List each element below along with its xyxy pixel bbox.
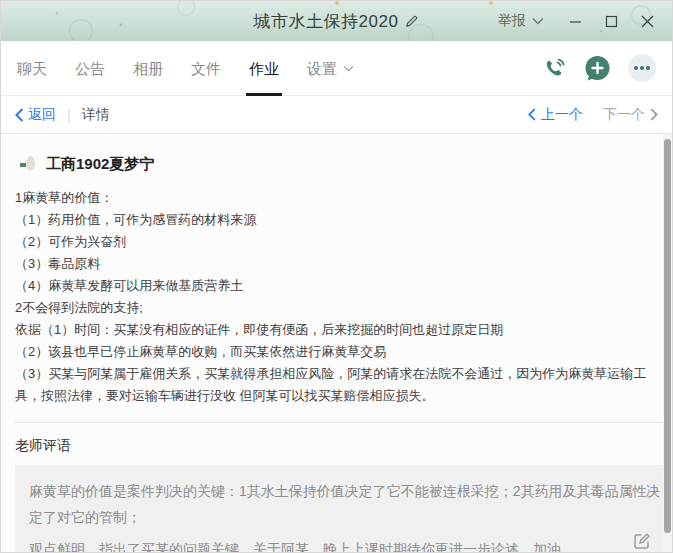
more-options-icon[interactable] — [628, 54, 656, 82]
next-button[interactable]: 下一个 — [603, 106, 658, 124]
teacher-comment-box: 麻黄草的价值是案件判决的关键：1其水土保持价值决定了它不能被连根采挖；2其药用及… — [15, 465, 673, 553]
chevron-down-icon — [532, 17, 544, 25]
add-member-icon[interactable] — [584, 55, 611, 82]
tab-homework[interactable]: 作业 — [249, 41, 279, 96]
student-avatar — [15, 153, 37, 175]
answer-line: （2）可作为兴奋剂 — [15, 231, 664, 253]
chevron-left-icon — [15, 108, 24, 122]
edit-comment-icon[interactable] — [633, 532, 651, 550]
tab-files[interactable]: 文件 — [191, 41, 221, 96]
tab-album[interactable]: 相册 — [133, 41, 163, 96]
previous-label: 上一个 — [541, 106, 583, 124]
answer-line: （4）麻黄草发酵可以用来做基质营养土 — [15, 275, 664, 297]
next-label: 下一个 — [603, 106, 645, 124]
chevron-right-icon — [650, 108, 658, 121]
scrollbar-track[interactable] — [663, 134, 672, 552]
previous-button[interactable]: 上一个 — [528, 106, 583, 124]
close-button[interactable] — [634, 8, 660, 34]
titlebar-controls: 举报 — [498, 1, 660, 41]
answer-line: （3）毒品原料 — [15, 253, 664, 275]
answer-line: 依据（1）时间：买某没有相应的证件，即使有便函，后来挖掘的时间也超过原定日期 — [15, 319, 664, 341]
section-divider — [15, 422, 672, 423]
teacher-comment-title: 老师评语 — [15, 437, 672, 455]
teacher-comment: 观点鲜明，指出了买某的问题关键，关于阿某，晚上上课时期待你更进一步论述，加油 — [29, 536, 662, 553]
detail-nav-bar: 返回 | 详情 上一个 下一个 — [1, 96, 672, 134]
homework-detail-content: 工商1902夏梦宁 1麻黄草的价值： （1）药用价值，可作为感冒药的材料来源 （… — [1, 134, 672, 552]
edit-title-icon[interactable] — [404, 14, 419, 29]
group-action-icons — [543, 54, 656, 82]
tab-chat[interactable]: 聊天 — [17, 41, 47, 96]
answer-line: （3）买某与阿某属于雇佣关系，买某就得承担相应风险，阿某的请求在法院不会通过，因… — [15, 363, 664, 407]
answer-line: （2）该县也早已停止麻黄草的收购，而买某依然进行麻黄草交易 — [15, 341, 664, 363]
chevron-left-icon — [528, 108, 536, 121]
detail-label: 详情 — [82, 106, 110, 124]
window-title: 城市水土保持2020 — [254, 10, 399, 33]
phone-call-icon[interactable] — [543, 56, 567, 80]
tab-settings[interactable]: 设置 — [307, 41, 354, 96]
scrollbar-thumb[interactable] — [664, 139, 671, 533]
teacher-comment: 麻黄草的价值是案件判决的关键：1其水土保持价值决定了它不能被连根采挖；2其药用及… — [29, 478, 662, 530]
answer-line: （1）药用价值，可作为感冒药的材料来源 — [15, 209, 664, 231]
homework-answer: 1麻黄草的价值： （1）药用价值，可作为感冒药的材料来源 （2）可作为兴奋剂 （… — [15, 187, 672, 407]
divider: | — [67, 107, 71, 123]
maximize-button[interactable] — [598, 8, 624, 34]
tab-announcement[interactable]: 公告 — [75, 41, 105, 96]
student-row: 工商1902夏梦宁 — [15, 134, 672, 175]
pager: 上一个 下一个 — [528, 106, 658, 124]
report-label: 举报 — [498, 12, 526, 30]
answer-line: 1麻黄草的价值： — [15, 187, 664, 209]
back-button[interactable]: 返回 — [15, 106, 56, 124]
report-dropdown[interactable]: 举报 — [498, 12, 544, 30]
back-label: 返回 — [28, 106, 56, 124]
minimize-button[interactable] — [562, 8, 588, 34]
student-name: 工商1902夏梦宁 — [46, 155, 154, 174]
answer-line: 2不会得到法院的支持; — [15, 297, 664, 319]
chevron-down-icon — [343, 65, 354, 72]
title-bar: 城市水土保持2020 举报 — [1, 1, 672, 41]
tab-bar: 聊天 公告 相册 文件 作业 设置 — [1, 41, 672, 96]
group-window: 城市水土保持2020 举报 聊天 公告 — [0, 0, 673, 553]
tab-settings-label: 设置 — [307, 41, 337, 96]
